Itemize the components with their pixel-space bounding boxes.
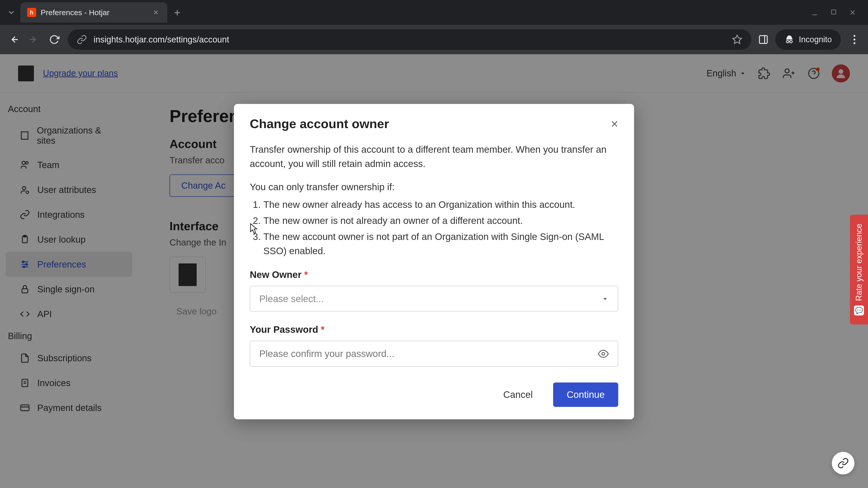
tab-search-dropdown[interactable] — [2, 3, 20, 22]
reload-button[interactable] — [48, 33, 61, 46]
show-password-icon[interactable] — [598, 348, 609, 359]
site-info-icon[interactable] — [77, 35, 87, 44]
browser-tab[interactable]: h Preferences - Hotjar × — [20, 2, 167, 23]
forward-button[interactable] — [27, 33, 41, 46]
cancel-button[interactable]: Cancel — [492, 383, 544, 407]
password-label: Your Password * — [250, 324, 618, 335]
hotjar-favicon-icon: h — [27, 8, 36, 17]
incognito-badge[interactable]: Incognito — [775, 29, 841, 50]
modal-conditions-intro: You can only transfer ownership if: — [250, 180, 618, 194]
change-owner-modal: Change account owner × Transfer ownershi… — [234, 104, 634, 419]
condition-item: The new owner already has access to an O… — [264, 197, 618, 212]
browser-menu-icon[interactable] — [848, 33, 861, 46]
caret-down-icon — [601, 295, 609, 302]
minimize-icon[interactable] — [811, 8, 819, 17]
side-panel-icon[interactable] — [758, 34, 769, 45]
back-button[interactable] — [7, 33, 20, 46]
close-window-icon[interactable] — [848, 8, 857, 17]
condition-item: The new account owner is not part of an … — [264, 230, 618, 258]
svg-point-9 — [786, 40, 789, 43]
svg-rect-7 — [760, 36, 767, 43]
new-tab-button[interactable]: + — [174, 6, 180, 19]
link-fab[interactable] — [832, 452, 855, 475]
browser-chrome: h Preferences - Hotjar × + insights.hotj… — [0, 0, 868, 54]
tab-close-icon[interactable]: × — [153, 8, 158, 17]
chat-icon: 💬 — [854, 305, 864, 315]
address-bar-row: insights.hotjar.com/settings/account Inc… — [0, 25, 868, 54]
svg-point-13 — [854, 39, 855, 40]
app-viewport: Upgrade your plans English Account Organ… — [0, 54, 868, 488]
condition-item: The new owner is not already an owner of… — [264, 214, 618, 228]
bookmark-star-icon[interactable] — [732, 34, 742, 45]
svg-rect-1 — [832, 10, 836, 14]
password-input[interactable] — [259, 348, 598, 359]
svg-marker-6 — [733, 35, 741, 43]
modal-close-button[interactable]: × — [611, 118, 618, 130]
feedback-label: Rate your experience — [854, 224, 864, 301]
modal-intro-text: Transfer ownership of this account to a … — [250, 142, 618, 171]
feedback-tab[interactable]: 💬 Rate your experience — [850, 215, 868, 324]
continue-button[interactable]: Continue — [553, 383, 618, 407]
svg-point-14 — [854, 42, 855, 44]
url-text: insights.hotjar.com/settings/account — [94, 35, 725, 44]
select-placeholder: Please select... — [259, 293, 324, 304]
maximize-icon[interactable] — [830, 8, 837, 17]
incognito-icon — [784, 35, 794, 44]
modal-conditions-list: The new owner already has access to an O… — [250, 197, 618, 258]
incognito-label: Incognito — [799, 35, 832, 44]
new-owner-label: New Owner * — [250, 269, 618, 280]
svg-marker-45 — [603, 298, 607, 300]
tab-bar: h Preferences - Hotjar × + — [0, 0, 868, 25]
modal-footer: Cancel Continue — [234, 373, 634, 419]
modal-header: Change account owner × — [234, 104, 634, 140]
svg-point-10 — [790, 40, 792, 43]
svg-point-46 — [602, 352, 604, 355]
window-controls — [811, 8, 866, 17]
tab-title: Preferences - Hotjar — [41, 8, 149, 17]
modal-title: Change account owner — [250, 116, 389, 131]
modal-overlay[interactable]: Change account owner × Transfer ownershi… — [0, 54, 868, 488]
address-bar[interactable]: insights.hotjar.com/settings/account — [68, 29, 751, 50]
password-input-wrap — [250, 341, 618, 367]
new-owner-select[interactable]: Please select... — [250, 286, 618, 312]
modal-body: Transfer ownership of this account to a … — [234, 140, 634, 373]
svg-point-12 — [854, 35, 855, 37]
